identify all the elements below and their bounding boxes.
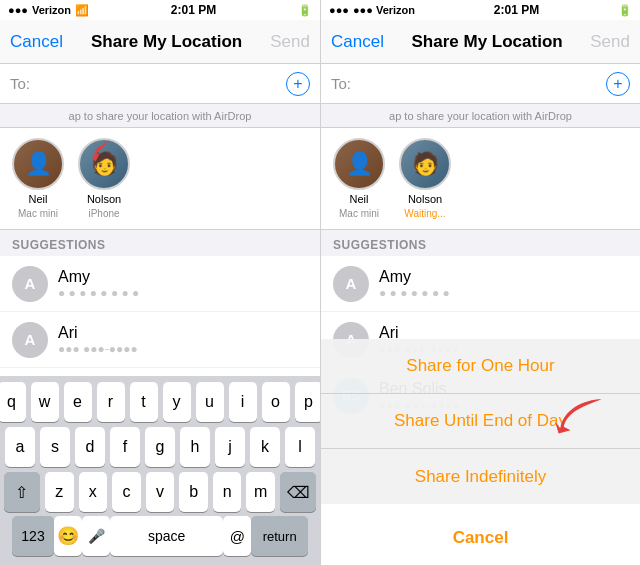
return-key[interactable]: return [251, 516, 308, 556]
key-b[interactable]: b [179, 472, 208, 512]
share-one-hour-option[interactable]: Share for One Hour [321, 339, 640, 394]
ari-detail: ●●● ●●●-●●●● [58, 342, 138, 356]
airdrop-banner-right: ap to share your location with AirDrop [321, 104, 640, 128]
key-o[interactable]: o [262, 382, 290, 422]
status-carrier-left: ●●● Verizon 📶 [8, 4, 89, 17]
contact-neil-right[interactable]: 👤 Neil Mac mini [333, 138, 385, 219]
key-h[interactable]: h [180, 427, 210, 467]
recipient-input-right[interactable] [359, 75, 598, 92]
share-indefinitely-option[interactable]: Share Indefinitely [321, 449, 640, 504]
to-bar-left: To: + [0, 64, 320, 104]
red-arrow-indicator [550, 391, 610, 445]
neil-avatar: 👤 [12, 138, 64, 190]
right-phone-panel: ●●● ●●● Verizon 2:01 PM 🔋 Cancel Share M… [320, 0, 640, 565]
key-z[interactable]: z [45, 472, 74, 512]
key-y[interactable]: y [163, 382, 191, 422]
arrow-indicator-left [78, 136, 118, 166]
key-p[interactable]: p [295, 382, 321, 422]
wifi-icon: 📶 [75, 4, 89, 17]
to-label-right: To: [331, 75, 351, 92]
ari-info: Ari ●●● ●●●-●●●● [58, 324, 138, 356]
nav-title-left: Share My Location [91, 32, 242, 52]
list-item[interactable]: A Amy ● ● ● ● ● ● ● ● [0, 256, 320, 312]
add-recipient-button-left[interactable]: + [286, 72, 310, 96]
key-v[interactable]: v [146, 472, 175, 512]
carrier-name: Verizon [32, 4, 71, 16]
amy-info-right: Amy ● ● ● ● ● ● ● [379, 268, 450, 300]
key-k[interactable]: k [250, 427, 280, 467]
amy-detail-right: ● ● ● ● ● ● ● [379, 286, 450, 300]
add-recipient-button-right[interactable]: + [606, 72, 630, 96]
battery-icon: 🔋 [298, 4, 312, 17]
key-u[interactable]: u [196, 382, 224, 422]
status-time-right: 2:01 PM [494, 3, 539, 17]
key-g[interactable]: g [145, 427, 175, 467]
key-l[interactable]: l [285, 427, 315, 467]
numbers-key[interactable]: 123 [12, 516, 54, 556]
recipient-input-left[interactable] [38, 75, 278, 92]
keyboard-bottom-bar: 123 😊 🎤 space @ return [4, 517, 316, 561]
key-c[interactable]: c [112, 472, 141, 512]
list-item[interactable]: BS Ben Solis ●●●-●●●-●●●● [0, 368, 320, 376]
keyboard-row-3: ⇧ z x c v b n m ⌫ [4, 472, 316, 512]
send-button-left[interactable]: Send [270, 32, 310, 52]
space-key[interactable]: space [110, 516, 223, 556]
amy-initial: A [12, 266, 48, 302]
neil-name: Neil [29, 193, 48, 205]
key-a[interactable]: a [5, 427, 35, 467]
cancel-button-right[interactable]: Cancel [331, 32, 384, 52]
list-item[interactable]: A Ari ●●● ●●●-●●●● [0, 312, 320, 368]
nav-title-right: Share My Location [412, 32, 563, 52]
amy-info: Amy ● ● ● ● ● ● ● ● [58, 268, 139, 300]
key-x[interactable]: x [79, 472, 108, 512]
signal-icon: ●●● [8, 4, 28, 16]
airdrop-banner-left: ap to share your location with AirDrop [0, 104, 320, 128]
key-n[interactable]: n [213, 472, 242, 512]
status-time-left: 2:01 PM [171, 3, 216, 17]
delete-key[interactable]: ⌫ [280, 472, 316, 512]
contact-neil[interactable]: 👤 Neil Mac mini [12, 138, 64, 219]
emoji-key[interactable]: 😊 [54, 516, 82, 556]
to-label-left: To: [10, 75, 30, 92]
key-w[interactable]: w [31, 382, 59, 422]
nelson-sub-right: Waiting... [404, 208, 445, 219]
status-carrier-right: ●●● ●●● Verizon [329, 4, 415, 16]
neil-sub: Mac mini [18, 208, 58, 219]
status-bar-left: ●●● Verizon 📶 2:01 PM 🔋 [0, 0, 320, 20]
status-icons-left: 🔋 [298, 4, 312, 17]
key-m[interactable]: m [246, 472, 275, 512]
key-t[interactable]: t [130, 382, 158, 422]
nelson-name-left: Nolson [87, 193, 121, 205]
key-d[interactable]: d [75, 427, 105, 467]
signal-dots: ●●● [329, 4, 349, 16]
cancel-button-left[interactable]: Cancel [10, 32, 63, 52]
left-phone-panel: ●●● Verizon 📶 2:01 PM 🔋 Cancel Share My … [0, 0, 320, 565]
at-key[interactable]: @ [223, 516, 251, 556]
shift-key[interactable]: ⇧ [4, 472, 40, 512]
nelson-avatar-right: 🧑 [399, 138, 451, 190]
key-i[interactable]: i [229, 382, 257, 422]
status-bar-right: ●●● ●●● Verizon 2:01 PM 🔋 [321, 0, 640, 20]
keyboard-row-1: q w e r t y u i o p [4, 382, 316, 422]
key-s[interactable]: s [40, 427, 70, 467]
amy-detail: ● ● ● ● ● ● ● ● [58, 286, 139, 300]
battery-icon-right: 🔋 [618, 4, 632, 17]
action-cancel-button[interactable]: Cancel [321, 510, 640, 565]
list-item[interactable]: A Amy ● ● ● ● ● ● ● [321, 256, 640, 312]
to-bar-right: To: + [321, 64, 640, 104]
suggestion-list-left: A Amy ● ● ● ● ● ● ● ● A Ari ●●● ●●●-●●●●… [0, 256, 320, 376]
nelson-sub-left: iPhone [88, 208, 119, 219]
key-q[interactable]: q [0, 382, 26, 422]
send-button-right[interactable]: Send [590, 32, 630, 52]
key-j[interactable]: j [215, 427, 245, 467]
key-e[interactable]: e [64, 382, 92, 422]
nelson-name-right: Nolson [408, 193, 442, 205]
amy-initial-right: A [333, 266, 369, 302]
mic-key[interactable]: 🎤 [82, 516, 110, 556]
nav-bar-right: Cancel Share My Location Send [321, 20, 640, 64]
key-f[interactable]: f [110, 427, 140, 467]
contact-nelson-right[interactable]: 🧑 Nolson Waiting... [399, 138, 451, 219]
key-r[interactable]: r [97, 382, 125, 422]
neil-sub-right: Mac mini [339, 208, 379, 219]
action-sheet-overlay: Share for One Hour Share Until End of Da… [321, 339, 640, 565]
